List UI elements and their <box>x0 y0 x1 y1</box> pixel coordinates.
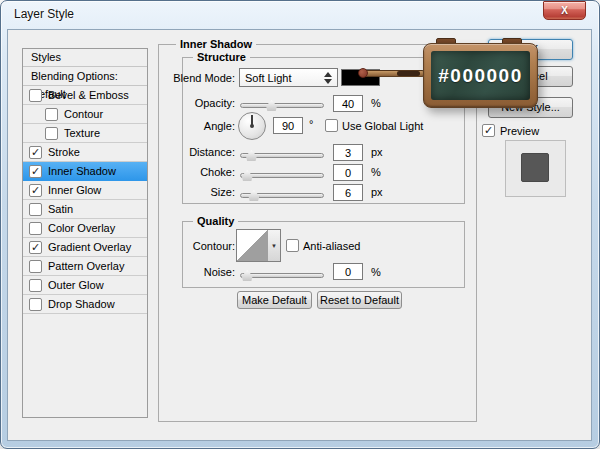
checkbox[interactable]: ✓ <box>29 165 42 178</box>
updown-arrows-icon <box>324 71 333 85</box>
styles-list: Styles Blending Options: Default Bevel &… <box>22 48 148 418</box>
blend-mode-label: Blend Mode: <box>145 72 235 84</box>
opacity-slider-thumb[interactable] <box>266 100 277 111</box>
distance-unit: px <box>371 146 383 158</box>
sidebar-item-pattern-overlay[interactable]: Pattern Overlay <box>23 257 147 276</box>
distance-slider[interactable] <box>240 150 324 161</box>
sidebar-item-inner-glow[interactable]: ✓Inner Glow <box>23 181 147 200</box>
angle-label: Angle: <box>145 120 235 132</box>
sidebar-item-drop-shadow[interactable]: Drop Shadow <box>23 295 147 314</box>
checkbox[interactable]: ✓ <box>29 241 42 254</box>
size-label: Size: <box>145 186 235 198</box>
choke-input[interactable] <box>333 164 363 181</box>
pointer-stick-band <box>397 71 420 76</box>
distance-label: Distance: <box>145 146 235 158</box>
use-global-light-label: Use Global Light <box>342 120 423 132</box>
choke-unit: % <box>371 166 381 178</box>
distance-input[interactable] <box>333 144 363 161</box>
styles-header: Styles <box>23 49 147 67</box>
pointer-stick-tip <box>358 68 368 78</box>
quality-group-title: Quality <box>193 215 238 227</box>
close-button[interactable]: X <box>543 1 586 20</box>
checkbox[interactable] <box>29 222 42 235</box>
sidebar-item-label: Bevel & Emboss <box>48 89 129 101</box>
sidebar-item-gradient-overlay[interactable]: ✓Gradient Overlay <box>23 238 147 257</box>
size-slider[interactable] <box>240 190 324 201</box>
sidebar-item-outer-glow[interactable]: Outer Glow <box>23 276 147 295</box>
sidebar-item-label: Inner Glow <box>48 184 101 196</box>
opacity-slider-track[interactable] <box>240 103 324 108</box>
angle-dial-hub <box>250 124 254 128</box>
noise-unit: % <box>371 266 381 278</box>
layer-style-dialog: Layer Style X Styles Blending Options: D… <box>0 0 600 449</box>
angle-input[interactable] <box>273 117 303 134</box>
opacity-unit: % <box>371 97 381 109</box>
checkbox[interactable] <box>45 127 58 140</box>
noise-label: Noise: <box>145 266 235 278</box>
distance-slider-thumb[interactable] <box>246 150 257 161</box>
size-unit: px <box>371 186 383 198</box>
noise-slider[interactable] <box>240 270 324 281</box>
opacity-label: Opacity: <box>145 97 235 109</box>
color-badge: #000000 <box>423 43 538 108</box>
noise-slider-track[interactable] <box>240 273 324 278</box>
preview-label: Preview <box>500 125 539 137</box>
checkbox[interactable] <box>29 89 42 102</box>
sidebar-item-inner-shadow[interactable]: ✓Inner Shadow <box>23 162 147 181</box>
sidebar-item-label: Contour <box>64 108 103 120</box>
noise-slider-thumb[interactable] <box>242 270 253 281</box>
blend-mode-select[interactable]: Soft Light <box>239 68 338 87</box>
structure-group-title: Structure <box>193 51 250 63</box>
panel-title: Inner Shadow <box>176 38 256 50</box>
checkbox[interactable]: ✓ <box>29 184 42 197</box>
checkbox[interactable] <box>29 298 42 311</box>
reset-to-default-button[interactable]: Reset to Default <box>317 291 402 309</box>
sidebar-item-label: Texture <box>64 127 100 139</box>
choke-slider[interactable] <box>240 170 324 181</box>
checkbox[interactable] <box>29 260 42 273</box>
sidebar-item-stroke[interactable]: ✓Stroke <box>23 143 147 162</box>
sidebar-item-label: Pattern Overlay <box>48 260 124 272</box>
angle-unit: ° <box>309 118 313 130</box>
sidebar-item-label: Satin <box>48 203 73 215</box>
pointer-stick <box>363 70 425 77</box>
checkbox[interactable]: ✓ <box>29 146 42 159</box>
contour-picker[interactable] <box>236 229 269 262</box>
checkbox[interactable] <box>45 108 58 121</box>
sidebar-item-blending-options[interactable]: Blending Options: Default <box>23 67 147 86</box>
noise-input[interactable] <box>333 263 363 280</box>
angle-dial[interactable] <box>238 112 266 140</box>
sidebar-item-label: Drop Shadow <box>48 298 115 310</box>
use-global-light-checkbox[interactable] <box>325 119 338 132</box>
choke-label: Choke: <box>145 166 235 178</box>
sidebar-item-label: Stroke <box>48 146 80 158</box>
sidebar-item-contour[interactable]: Contour <box>23 105 147 124</box>
sidebar-item-color-overlay[interactable]: Color Overlay <box>23 219 147 238</box>
size-input[interactable] <box>333 184 363 201</box>
contour-dropdown-button[interactable]: ▼ <box>268 229 281 262</box>
opacity-input[interactable] <box>333 95 363 112</box>
checkbox[interactable] <box>29 279 42 292</box>
choke-slider-track[interactable] <box>240 173 324 178</box>
checkbox[interactable] <box>29 203 42 216</box>
size-slider-thumb[interactable] <box>248 190 259 201</box>
blend-mode-value: Soft Light <box>245 72 291 84</box>
choke-slider-thumb[interactable] <box>242 170 253 181</box>
sidebar-item-texture[interactable]: Texture <box>23 124 147 143</box>
window-title: Layer Style <box>14 7 74 21</box>
make-default-button[interactable]: Make Default <box>237 291 312 309</box>
color-badge-text: #000000 <box>438 65 522 87</box>
contour-label: Contour: <box>145 240 235 252</box>
opacity-slider[interactable] <box>240 100 324 111</box>
anti-aliased-checkbox[interactable] <box>286 239 299 252</box>
sidebar-item-label: Gradient Overlay <box>48 241 131 253</box>
styles-items-container: Bevel & EmbossContourTexture✓Stroke✓Inne… <box>23 86 147 314</box>
sidebar-item-satin[interactable]: Satin <box>23 200 147 219</box>
close-icon: X <box>561 4 568 17</box>
sidebar-item-label: Outer Glow <box>48 279 104 291</box>
preview-checkbox[interactable]: ✓ <box>482 124 495 137</box>
color-badge-board: #000000 <box>431 51 530 100</box>
sidebar-item-label: Color Overlay <box>48 222 115 234</box>
anti-aliased-label: Anti-aliased <box>303 240 360 252</box>
preview-thumbnail <box>521 153 549 182</box>
